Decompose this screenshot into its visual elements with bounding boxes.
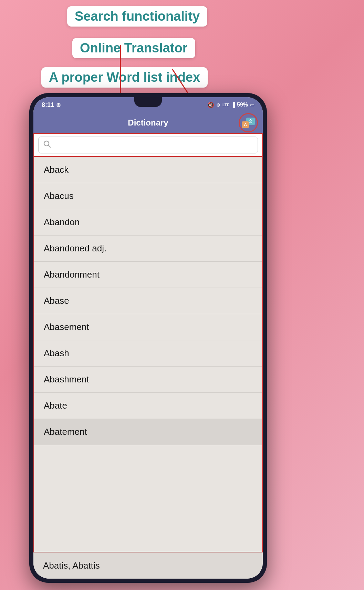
word-list-item[interactable]: Abandonment	[34, 262, 262, 288]
word-list-item[interactable]: Abatement	[34, 419, 262, 445]
translate-icons: 文 A	[242, 118, 255, 128]
wifi-icon: ⊛	[216, 102, 220, 108]
svg-line-7	[49, 146, 51, 148]
word-list-item[interactable]: Aback	[34, 157, 262, 183]
search-container	[33, 133, 263, 157]
word-list-item[interactable]: Abandoned adj.	[34, 236, 262, 262]
search-input[interactable]	[54, 141, 253, 149]
battery-icon: ▭	[250, 102, 254, 108]
translate-button[interactable]: 文 A	[239, 113, 258, 132]
english-icon: A	[242, 121, 249, 128]
word-list-item[interactable]: Abase	[34, 288, 262, 314]
word-list-item[interactable]: Abacus	[34, 183, 262, 209]
word-list-item[interactable]: Abate	[34, 393, 262, 419]
search-input-wrapper[interactable]	[38, 137, 258, 153]
partial-word-text: Abatis, Abattis	[43, 560, 100, 571]
status-time: 8:11 ⊚	[42, 101, 61, 109]
search-icon	[43, 140, 51, 150]
word-list-item[interactable]: Abashment	[34, 367, 262, 393]
app-title: Dictionary	[128, 118, 168, 128]
app-header: Dictionary 文 A	[33, 112, 263, 133]
mute-icon: 🔇	[207, 102, 214, 108]
time-display: 8:11	[42, 101, 54, 109]
word-list-item[interactable]: Abasement	[34, 314, 262, 340]
phone-frame: 8:11 ⊚ 🔇 ⊛ LTE ▐ 59% ▭ Dictionary 文 A	[29, 93, 267, 583]
online-translator-label: Online Translator	[72, 38, 195, 58]
word-list[interactable]: AbackAbacusAbandonAbandoned adj.Abandonm…	[33, 157, 263, 552]
whatsapp-icon: ⊚	[56, 102, 61, 108]
battery-display: 59%	[237, 102, 248, 108]
search-functionality-label: Search functionality	[67, 6, 207, 27]
phone-notch	[134, 97, 162, 107]
lte-icon: LTE	[222, 103, 229, 107]
word-list-item[interactable]: Abash	[34, 340, 262, 367]
partial-word-item[interactable]: Abatis, Abattis	[33, 552, 263, 579]
status-right-icons: 🔇 ⊛ LTE ▐ 59% ▭	[207, 102, 254, 108]
signal-icon: ▐	[231, 102, 235, 108]
word-list-index-label: A proper Word list index	[41, 67, 208, 88]
word-list-item[interactable]: Abandon	[34, 209, 262, 236]
phone-screen: 8:11 ⊚ 🔇 ⊛ LTE ▐ 59% ▭ Dictionary 文 A	[33, 97, 263, 579]
